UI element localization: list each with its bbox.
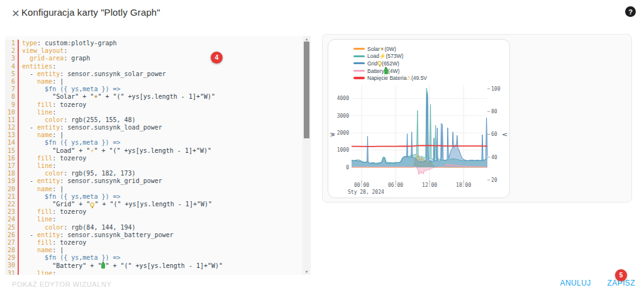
- code-line[interactable]: 19 - entity: sensor.sunsynk_grid_power: [5, 177, 303, 185]
- line-number: 19: [5, 177, 19, 185]
- legend-label: Solar☀(0W): [367, 46, 396, 52]
- line-number: 10: [5, 109, 19, 116]
- line-number: 2: [5, 47, 19, 55]
- legend-label: Load⚡(573W): [367, 53, 403, 59]
- code-line[interactable]: 31 line:: [5, 270, 303, 275]
- legend-item[interactable]: Battery(4W): [353, 67, 427, 75]
- editor-scrollbar[interactable]: ▲ ▼: [303, 36, 311, 275]
- line-number: 3: [5, 55, 19, 62]
- code-line[interactable]: 24 line:: [5, 216, 303, 223]
- code-line[interactable]: 25 color: rgb(84, 144, 194): [5, 224, 303, 231]
- code-line[interactable]: 2view_layout:: [5, 47, 303, 55]
- legend-label: Grid(652W): [367, 60, 399, 67]
- code-line[interactable]: 18 color: rgb(95, 182, 173): [5, 170, 303, 177]
- line-number: 20: [5, 186, 19, 193]
- axis-tick-label: 3000: [337, 113, 349, 119]
- code-line[interactable]: 3 grid-area: graph: [5, 55, 303, 62]
- show-visual-editor-button[interactable]: POKAŻ EDYTOR WIZUALNY: [12, 281, 111, 288]
- code-line[interactable]: 16 fill: tozeroy: [5, 155, 303, 162]
- scroll-down-icon[interactable]: ▼: [303, 269, 311, 275]
- code-line[interactable]: 1type: custom:plotly-graph: [5, 40, 303, 47]
- code-line[interactable]: 5 - entity: sensor.sunsynk_solar_power: [5, 70, 303, 78]
- legend-item[interactable]: Napięcie Bateria⚠(49.5V: [353, 74, 427, 82]
- code-line[interactable]: 11 color: rgb(255, 155, 48): [5, 116, 303, 124]
- line-number: 21: [5, 193, 19, 201]
- chart-legend: Solar☀(0W)Load⚡(573W)Grid(652W)Battery(4…: [353, 45, 427, 82]
- line-number: 31: [5, 270, 19, 275]
- code-line[interactable]: 9 fill: tozeroy: [5, 101, 303, 109]
- line-number: 9: [5, 101, 19, 109]
- axis-tick-label: 0: [346, 165, 349, 170]
- line-number: 12: [5, 124, 19, 131]
- code-line[interactable]: 4entities:: [5, 63, 303, 70]
- code-lines: 1type: custom:plotly-graph2view_layout:3…: [5, 40, 303, 275]
- code-line[interactable]: 30 "Battery" + "" + "(" +ys[ys.length - …: [5, 262, 303, 269]
- line-number: 16: [5, 155, 19, 162]
- bulb-icon: [377, 61, 382, 65]
- battery-icon: [384, 69, 388, 74]
- legend-item[interactable]: Grid(652W): [353, 60, 427, 67]
- axis-tick-label: 4000: [337, 96, 349, 101]
- legend-swatch: [353, 48, 365, 50]
- code-line[interactable]: 21 $fn ({ ys,meta }) =>: [5, 193, 303, 201]
- code-line[interactable]: 7 $fn ({ ys,meta }) =>: [5, 86, 303, 93]
- code-line[interactable]: 28 name: |: [5, 247, 303, 254]
- line-number: 4: [5, 63, 19, 70]
- dialog-footer: POKAŻ EDYTOR WIZUALNY ANULUJ ZAPISZ: [0, 275, 644, 295]
- series-area-Load: [352, 88, 487, 167]
- line-number: 6: [5, 78, 19, 86]
- line-number: 7: [5, 86, 19, 93]
- code-line[interactable]: 12 - entity: sensor.sunsynk_load_power: [5, 124, 303, 131]
- code-line[interactable]: 22 "Grid" + "" + "(" +ys[ys.length - 1]+…: [5, 201, 303, 208]
- line-number: 24: [5, 216, 19, 223]
- legend-item[interactable]: Solar☀(0W): [353, 45, 427, 53]
- legend-label: Napięcie Bateria⚠(49.5V: [367, 75, 427, 81]
- line-number: 1: [5, 40, 19, 47]
- yaml-code-editor[interactable]: 1type: custom:plotly-graph2view_layout:3…: [5, 36, 311, 275]
- code-line[interactable]: 8 "Solar" + "☀" + "(" +ys[ys.length - 1]…: [5, 93, 303, 101]
- code-line[interactable]: 20 name: |: [5, 186, 303, 193]
- line-number: 11: [5, 116, 19, 124]
- legend-swatch: [353, 62, 365, 64]
- battery-icon: [101, 263, 105, 269]
- help-icon[interactable]: ?: [625, 6, 636, 17]
- annotation-badge-5: 5: [615, 269, 627, 281]
- scrollbar-thumb[interactable]: [304, 42, 309, 138]
- line-number: 25: [5, 224, 19, 231]
- bolt-icon: ⚡: [379, 53, 386, 59]
- code-line[interactable]: 17 line:: [5, 162, 303, 170]
- warn-icon: ⚠: [406, 75, 411, 81]
- line-number: 5: [5, 70, 19, 78]
- code-line[interactable]: 15 "Load" + "⚡" + "(" +ys[ys.length - 1]…: [5, 147, 303, 155]
- code-line[interactable]: 13 name: |: [5, 131, 303, 139]
- line-number: 23: [5, 208, 19, 216]
- series-line-Load: [352, 88, 487, 163]
- plotly-graph-card: 010002000300040002040608010000:0006:0012…: [328, 39, 510, 198]
- code-line[interactable]: 27 fill: tozeroy: [5, 239, 303, 247]
- series-line-Napięcie Bateria: [352, 145, 487, 147]
- cancel-button[interactable]: ANULUJ: [560, 279, 591, 287]
- legend-label: Battery(4W): [367, 67, 399, 74]
- line-number: 29: [5, 254, 19, 262]
- code-line[interactable]: 23 fill: tozeroy: [5, 208, 303, 216]
- line-number: 18: [5, 170, 19, 177]
- y-right-axis-title: V: [501, 133, 508, 136]
- legend-item[interactable]: Load⚡(573W): [353, 53, 427, 60]
- code-line[interactable]: 29 $fn ({ ys,meta }) =>: [5, 254, 303, 262]
- code-line[interactable]: 10 line:: [5, 109, 303, 116]
- dialog-header: ✕ Konfiguracja karty "Plotly Graph" ?: [0, 0, 644, 26]
- close-icon[interactable]: ✕: [9, 6, 23, 20]
- axis-tick-label: 100: [491, 86, 501, 92]
- code-line[interactable]: 26 - entity: sensor.sunsynk_battery_powe…: [5, 231, 303, 239]
- code-line[interactable]: 6 name: |: [5, 78, 303, 86]
- line-number: 28: [5, 247, 19, 254]
- line-number: 30: [5, 262, 19, 269]
- line-number: 15: [5, 147, 19, 155]
- axis-tick-label: 40: [491, 155, 497, 160]
- code-line[interactable]: 14 $fn ({ ys,meta }) =>: [5, 139, 303, 147]
- axis-tick-label: 12:00: [422, 182, 437, 188]
- line-number: 27: [5, 239, 19, 247]
- axis-tick-label: 18:00: [456, 182, 471, 188]
- axis-tick-label: 2000: [337, 130, 349, 136]
- series-line-Grid: [352, 92, 487, 164]
